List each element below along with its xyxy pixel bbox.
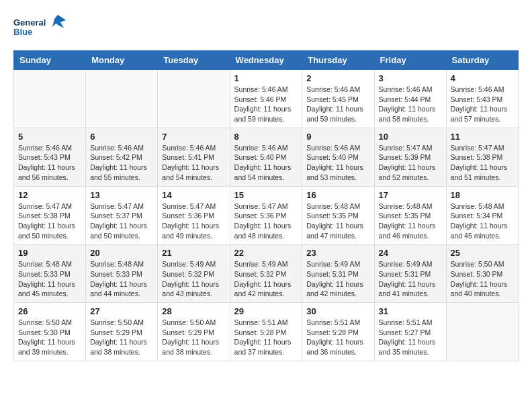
calendar-day-cell: 4Sunrise: 5:46 AMSunset: 5:43 PMDaylight… (446, 70, 518, 128)
day-info: Sunrise: 5:51 AMSunset: 5:28 PMDaylight:… (306, 318, 369, 357)
day-number: 10 (379, 132, 442, 142)
day-info: Sunrise: 5:46 AMSunset: 5:43 PMDaylight:… (451, 85, 514, 124)
day-info: Sunrise: 5:46 AMSunset: 5:44 PMDaylight:… (379, 85, 442, 124)
day-info: Sunrise: 5:47 AMSunset: 5:38 PMDaylight:… (451, 143, 514, 183)
calendar-day-cell: 10Sunrise: 5:47 AMSunset: 5:39 PMDayligh… (374, 128, 446, 186)
day-number: 25 (451, 248, 514, 258)
day-info: Sunrise: 5:49 AMSunset: 5:32 PMDaylight:… (162, 259, 225, 299)
day-number: 26 (18, 306, 81, 316)
day-number: 5 (18, 132, 81, 142)
day-info: Sunrise: 5:46 AMSunset: 5:45 PMDaylight:… (306, 85, 369, 124)
day-number: 20 (90, 248, 153, 258)
calendar-week-row: 12Sunrise: 5:47 AMSunset: 5:38 PMDayligh… (14, 186, 519, 244)
svg-text:General: General (13, 17, 46, 28)
calendar-table: SundayMondayTuesdayWednesdayThursdayFrid… (13, 50, 519, 361)
day-number: 19 (18, 248, 81, 258)
weekday-header: Thursday (302, 51, 374, 70)
day-number: 28 (162, 306, 225, 316)
calendar-week-row: 19Sunrise: 5:48 AMSunset: 5:33 PMDayligh… (14, 244, 519, 303)
day-info: Sunrise: 5:50 AMSunset: 5:30 PMDaylight:… (18, 318, 81, 357)
day-number: 16 (306, 190, 369, 200)
day-info: Sunrise: 5:50 AMSunset: 5:29 PMDaylight:… (90, 318, 153, 357)
calendar-day-cell: 15Sunrise: 5:47 AMSunset: 5:36 PMDayligh… (230, 186, 302, 244)
day-info: Sunrise: 5:46 AMSunset: 5:40 PMDaylight:… (306, 143, 369, 183)
day-info: Sunrise: 5:47 AMSunset: 5:37 PMDaylight:… (90, 201, 153, 241)
day-number: 1 (234, 73, 298, 83)
day-number: 9 (306, 132, 369, 142)
day-number: 24 (379, 248, 442, 258)
day-info: Sunrise: 5:50 AMSunset: 5:29 PMDaylight:… (162, 318, 225, 357)
calendar-day-cell: 3Sunrise: 5:46 AMSunset: 5:44 PMDaylight… (374, 70, 446, 128)
calendar-week-row: 26Sunrise: 5:50 AMSunset: 5:30 PMDayligh… (14, 303, 519, 361)
day-info: Sunrise: 5:46 AMSunset: 5:42 PMDaylight:… (90, 143, 153, 183)
day-info: Sunrise: 5:48 AMSunset: 5:35 PMDaylight:… (306, 201, 369, 241)
day-number: 11 (451, 132, 514, 142)
calendar-day-cell: 17Sunrise: 5:48 AMSunset: 5:35 PMDayligh… (374, 186, 446, 244)
day-info: Sunrise: 5:46 AMSunset: 5:46 PMDaylight:… (234, 85, 298, 124)
calendar-day-cell: 28Sunrise: 5:50 AMSunset: 5:29 PMDayligh… (158, 303, 230, 361)
day-info: Sunrise: 5:50 AMSunset: 5:30 PMDaylight:… (451, 259, 514, 299)
calendar-day-cell: 2Sunrise: 5:46 AMSunset: 5:45 PMDaylight… (302, 70, 374, 128)
weekday-header: Sunday (14, 51, 86, 70)
weekday-header: Friday (374, 51, 446, 70)
day-info: Sunrise: 5:48 AMSunset: 5:33 PMDaylight:… (18, 259, 81, 299)
day-number: 21 (162, 248, 225, 258)
calendar-day-cell: 29Sunrise: 5:51 AMSunset: 5:28 PMDayligh… (230, 303, 302, 361)
calendar-day-cell (86, 70, 158, 128)
day-number: 6 (90, 132, 153, 142)
calendar-day-cell: 26Sunrise: 5:50 AMSunset: 5:30 PMDayligh… (14, 303, 86, 361)
day-number: 23 (306, 248, 369, 258)
weekday-header: Tuesday (158, 51, 230, 70)
logo: General Blue (13, 13, 67, 44)
calendar-day-cell: 5Sunrise: 5:46 AMSunset: 5:43 PMDaylight… (14, 128, 86, 186)
calendar-day-cell: 30Sunrise: 5:51 AMSunset: 5:28 PMDayligh… (302, 303, 374, 361)
calendar-day-cell: 13Sunrise: 5:47 AMSunset: 5:37 PMDayligh… (86, 186, 158, 244)
day-info: Sunrise: 5:48 AMSunset: 5:34 PMDaylight:… (451, 201, 514, 241)
calendar-day-cell: 11Sunrise: 5:47 AMSunset: 5:38 PMDayligh… (446, 128, 518, 186)
calendar-header-row: SundayMondayTuesdayWednesdayThursdayFrid… (14, 51, 519, 70)
day-info: Sunrise: 5:51 AMSunset: 5:28 PMDaylight:… (234, 318, 298, 357)
day-number: 17 (379, 190, 442, 200)
day-number: 7 (162, 132, 225, 142)
day-number: 30 (306, 306, 369, 316)
calendar-day-cell: 16Sunrise: 5:48 AMSunset: 5:35 PMDayligh… (302, 186, 374, 244)
calendar-day-cell (14, 70, 86, 128)
day-number: 13 (90, 190, 153, 200)
day-number: 15 (234, 190, 298, 200)
day-number: 31 (379, 306, 442, 316)
calendar-day-cell: 20Sunrise: 5:48 AMSunset: 5:33 PMDayligh… (86, 244, 158, 303)
calendar-day-cell: 7Sunrise: 5:46 AMSunset: 5:41 PMDaylight… (158, 128, 230, 186)
day-info: Sunrise: 5:46 AMSunset: 5:40 PMDaylight:… (234, 143, 298, 183)
day-number: 27 (90, 306, 153, 316)
calendar-day-cell (446, 303, 518, 361)
calendar-day-cell: 21Sunrise: 5:49 AMSunset: 5:32 PMDayligh… (158, 244, 230, 303)
svg-text:Blue: Blue (13, 27, 32, 37)
page-header: General Blue (13, 13, 519, 44)
day-info: Sunrise: 5:47 AMSunset: 5:36 PMDaylight:… (234, 201, 298, 241)
calendar-day-cell: 24Sunrise: 5:49 AMSunset: 5:31 PMDayligh… (374, 244, 446, 303)
day-number: 29 (234, 306, 298, 316)
day-number: 2 (306, 73, 369, 83)
day-info: Sunrise: 5:46 AMSunset: 5:41 PMDaylight:… (162, 143, 225, 183)
calendar-day-cell: 25Sunrise: 5:50 AMSunset: 5:30 PMDayligh… (446, 244, 518, 303)
day-info: Sunrise: 5:51 AMSunset: 5:27 PMDaylight:… (379, 318, 442, 357)
calendar-day-cell: 8Sunrise: 5:46 AMSunset: 5:40 PMDaylight… (230, 128, 302, 186)
day-info: Sunrise: 5:47 AMSunset: 5:38 PMDaylight:… (18, 201, 81, 241)
day-info: Sunrise: 5:49 AMSunset: 5:32 PMDaylight:… (234, 259, 298, 299)
calendar-day-cell: 22Sunrise: 5:49 AMSunset: 5:32 PMDayligh… (230, 244, 302, 303)
day-number: 4 (451, 73, 514, 83)
weekday-header: Saturday (446, 51, 518, 70)
calendar-day-cell: 23Sunrise: 5:49 AMSunset: 5:31 PMDayligh… (302, 244, 374, 303)
calendar-day-cell: 12Sunrise: 5:47 AMSunset: 5:38 PMDayligh… (14, 186, 86, 244)
calendar-day-cell: 14Sunrise: 5:47 AMSunset: 5:36 PMDayligh… (158, 186, 230, 244)
day-info: Sunrise: 5:47 AMSunset: 5:39 PMDaylight:… (379, 143, 442, 183)
weekday-header: Wednesday (230, 51, 302, 70)
day-number: 18 (451, 190, 514, 200)
day-info: Sunrise: 5:47 AMSunset: 5:36 PMDaylight:… (162, 201, 225, 241)
day-number: 12 (18, 190, 81, 200)
weekday-header: Monday (86, 51, 158, 70)
logo-svg: General Blue (13, 13, 67, 44)
day-info: Sunrise: 5:48 AMSunset: 5:35 PMDaylight:… (379, 201, 442, 241)
day-number: 8 (234, 132, 298, 142)
day-number: 3 (379, 73, 442, 83)
